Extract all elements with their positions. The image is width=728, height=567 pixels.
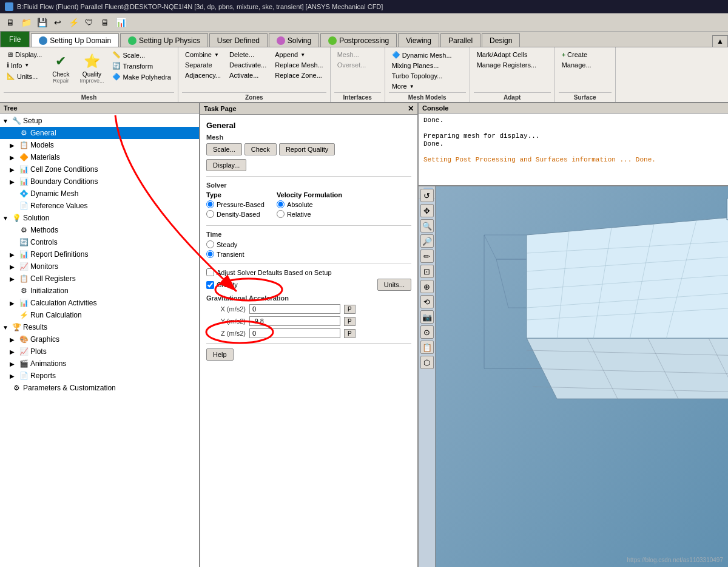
tab-postprocessing[interactable]: Postprocessing	[320, 33, 397, 47]
ribbon-btn-transform[interactable]: 🔄 Transform	[109, 61, 174, 71]
ribbon-btn-quality[interactable]: ⭐ Quality Improve...	[76, 50, 107, 86]
vp-tool-reset[interactable]: ⟲	[420, 295, 434, 308]
task-report-quality-btn[interactable]: Report Quality	[279, 143, 335, 155]
z-p-button[interactable]: P	[344, 329, 356, 338]
ribbon-btn-info[interactable]: ℹ Info ▼	[4, 60, 45, 70]
steady-radio[interactable]	[206, 240, 214, 248]
vp-tool-fit[interactable]: ⊡	[420, 265, 434, 278]
toolbar-btn-1[interactable]: 🖥	[4, 16, 17, 29]
tree-item-animations[interactable]: ▶ 🎬 Animations	[0, 358, 199, 370]
ribbon-btn-display[interactable]: 🖥 Display...	[4, 50, 45, 59]
toolbar-btn-6[interactable]: 🛡	[83, 16, 96, 29]
vp-tool-select[interactable]: ✏	[420, 250, 434, 263]
tab-setting-up-physics[interactable]: Setting Up Physics	[120, 33, 208, 47]
tree-item-graphics[interactable]: ▶ 🎨 Graphics	[0, 333, 199, 345]
tab-design[interactable]: Design	[482, 33, 520, 47]
ribbon-btn-manage[interactable]: Manage...	[559, 60, 595, 70]
tree-item-controls[interactable]: 🔄 Controls	[0, 236, 199, 248]
vp-tool-pan[interactable]: ✥	[420, 204, 434, 217]
y-input[interactable]	[249, 316, 340, 326]
tree-item-run-calc[interactable]: ⚡ Run Calculation	[0, 309, 199, 321]
ribbon-btn-activate[interactable]: Activate...	[226, 70, 269, 80]
toolbar-btn-7[interactable]: 🖥	[98, 16, 112, 29]
ribbon-btn-adjacency[interactable]: Adjacency...	[182, 70, 224, 80]
tree-item-plots[interactable]: ▶ 📈 Plots	[0, 345, 199, 358]
ribbon-btn-create[interactable]: + Create	[559, 50, 595, 59]
relative-radio[interactable]	[277, 210, 285, 218]
tree-item-general[interactable]: ⚙ General	[0, 127, 199, 139]
task-scale-btn[interactable]: Scale...	[206, 143, 242, 155]
pressure-based-radio[interactable]	[206, 200, 214, 208]
vp-tool-rotate[interactable]: ↺	[420, 189, 434, 202]
adjust-solver-checkbox[interactable]	[206, 268, 214, 276]
ribbon-btn-combine[interactable]: Combine ▼	[182, 50, 224, 59]
ribbon-btn-dynamic-mesh[interactable]: 🔷 Dynamic Mesh...	[389, 50, 455, 60]
tree-item-setup[interactable]: ▼ 🔧 Setup	[0, 115, 199, 127]
ribbon-btn-turbo-topology[interactable]: Turbo Topology...	[389, 71, 455, 81]
ribbon-btn-mesh-interface[interactable]: Mesh...	[334, 50, 369, 59]
toolbar-btn-5[interactable]: ⚡	[67, 16, 80, 29]
ribbon-btn-separate[interactable]: Separate	[182, 60, 224, 70]
transient-radio[interactable]	[206, 250, 214, 258]
x-input[interactable]	[249, 304, 340, 314]
ribbon-btn-replace-zone[interactable]: Replace Zone...	[272, 70, 326, 80]
y-p-button[interactable]: P	[344, 317, 356, 326]
tree-item-materials[interactable]: ▶ 🔶 Materials	[0, 151, 199, 163]
ribbon-btn-replace-mesh[interactable]: Replace Mesh...	[272, 60, 326, 70]
z-input[interactable]	[249, 328, 340, 338]
task-help-btn[interactable]: Help	[206, 348, 234, 361]
x-p-button[interactable]: P	[344, 305, 356, 314]
toolbar-btn-4[interactable]: ↩	[51, 16, 64, 29]
task-close-button[interactable]: ✕	[408, 104, 414, 113]
task-units-btn[interactable]: Units...	[377, 279, 411, 291]
ribbon-btn-mark-adapt[interactable]: Mark/Adapt Cells	[474, 50, 539, 59]
vp-tool-hex[interactable]: ⬡	[420, 356, 434, 369]
tree-item-solution[interactable]: ▼ 💡 Solution	[0, 212, 199, 224]
tab-user-defined[interactable]: User Defined	[209, 33, 268, 47]
vp-tool-camera[interactable]: 📷	[420, 310, 434, 324]
toolbar-btn-3[interactable]: 💾	[35, 16, 49, 29]
tree-item-results[interactable]: ▼ 🏆 Results	[0, 321, 199, 333]
ribbon-btn-deactivate[interactable]: Deactivate...	[226, 60, 269, 70]
ribbon-btn-delete[interactable]: Delete...	[226, 50, 269, 59]
tree-item-report-defs[interactable]: ▶ 📊 Report Definitions	[0, 248, 199, 260]
toolbar-btn-8[interactable]: 📊	[114, 16, 127, 29]
tree-item-initialization[interactable]: ⚙ Initialization	[0, 285, 199, 297]
tree-item-boundary[interactable]: ▶ 📊 Boundary Conditions	[0, 175, 199, 188]
toolbar-btn-2[interactable]: 📁	[19, 16, 33, 29]
ribbon-btn-overset[interactable]: Overset...	[334, 60, 369, 70]
tab-parallel[interactable]: Parallel	[440, 33, 480, 47]
vp-tool-probe[interactable]: ⊙	[420, 325, 434, 339]
ribbon-btn-mixing-planes[interactable]: Mixing Planes...	[389, 61, 455, 70]
vp-tool-copy[interactable]: 📋	[420, 341, 434, 354]
task-check-btn[interactable]: Check	[244, 143, 277, 155]
tree-item-dynamic-mesh[interactable]: 💠 Dynamic Mesh	[0, 188, 199, 200]
tree-item-cell-registers[interactable]: ▶ 📋 Cell Registers	[0, 273, 199, 285]
vp-tool-zoom-out[interactable]: 🔍	[420, 219, 434, 233]
ribbon-btn-more[interactable]: More ▼	[389, 81, 455, 91]
ribbon-btn-manage-registers[interactable]: Manage Registers...	[474, 60, 539, 70]
task-display-btn[interactable]: Display...	[206, 159, 246, 171]
ribbon-btn-make-polyhedra[interactable]: 🔷 Make Polyhedra	[109, 72, 174, 82]
tree-item-reports[interactable]: ▶ 📄 Reports	[0, 370, 199, 382]
ribbon-btn-scale[interactable]: 📏 Scale...	[109, 50, 174, 60]
tree-item-methods[interactable]: ⚙ Methods	[0, 224, 199, 236]
tab-setting-up-domain[interactable]: Setting Up Domain	[31, 33, 119, 47]
ribbon-collapse-btn[interactable]: ▲	[712, 35, 728, 47]
tree-item-reference[interactable]: 📄 Reference Values	[0, 200, 199, 212]
ribbon-btn-units[interactable]: 📐 Units...	[4, 71, 45, 81]
tree-item-cell-zone[interactable]: ▶ 📊 Cell Zone Conditions	[0, 163, 199, 175]
tree-item-calc-activities[interactable]: ▶ 📊 Calculation Activities	[0, 297, 199, 309]
tab-file[interactable]: File	[0, 31, 30, 47]
tab-viewing[interactable]: Viewing	[398, 33, 439, 47]
vp-tool-zoom-in[interactable]: 🔎	[420, 234, 434, 248]
ribbon-btn-check[interactable]: ✔ Check Repair	[47, 50, 74, 86]
ribbon-btn-append[interactable]: Append ▼	[272, 50, 326, 59]
absolute-radio[interactable]	[277, 200, 285, 208]
gravity-checkbox[interactable]	[206, 281, 214, 289]
tree-item-monitors[interactable]: ▶ 📈 Monitors	[0, 260, 199, 273]
vp-tool-zoom-box[interactable]: ⊕	[420, 280, 434, 293]
tree-item-params[interactable]: ⚙ Parameters & Customization	[0, 382, 199, 394]
density-based-radio[interactable]	[206, 210, 214, 218]
tree-item-models[interactable]: ▶ 📋 Models	[0, 139, 199, 151]
